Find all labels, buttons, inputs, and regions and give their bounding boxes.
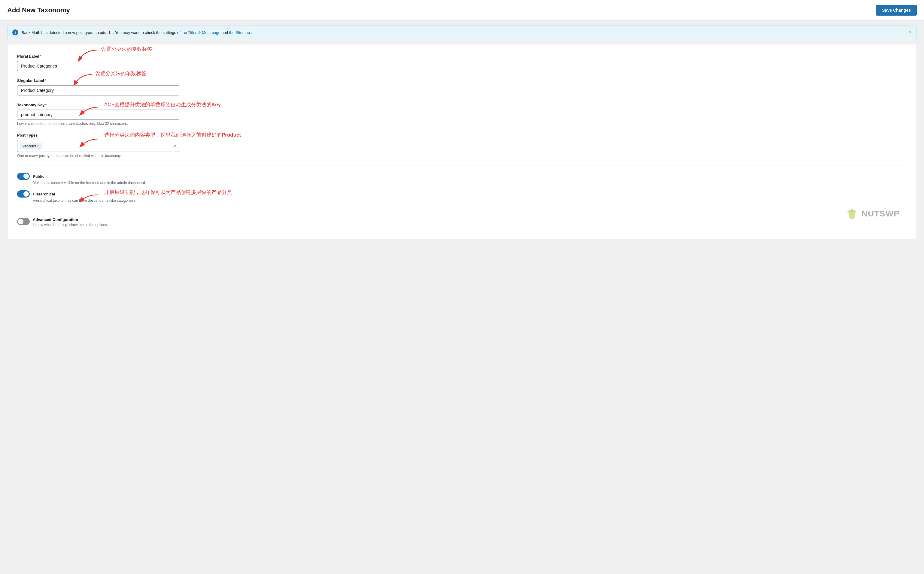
notice-left: i Rank Math has detected a new post type… xyxy=(12,29,252,35)
taxonomy-key-annotation: ACF会根据分类法的单数标签自动生成分类法的Key xyxy=(104,101,221,108)
key-arrow-svg xyxy=(74,106,101,118)
advanced-config-row: Advanced Configuration I know what I'm d… xyxy=(17,218,907,227)
advanced-toggle-slider[interactable] xyxy=(17,218,30,225)
page-header: Add New Taxonomy Save Changes xyxy=(0,0,924,21)
plural-annotation: 设置分类法的复数标签 xyxy=(101,46,152,52)
card-inner: Plural Label* 设置分类法的复数标签 Singular Label* xyxy=(17,54,907,227)
product-tag-remove[interactable]: × xyxy=(37,144,39,148)
info-icon: i xyxy=(12,29,18,35)
singular-label-group: Singular Label* 设置分类法的单数标签 xyxy=(17,78,907,95)
required-star-singular: * xyxy=(45,78,46,83)
notice-text: Rank Math has detected a new post type: … xyxy=(21,30,252,35)
public-toggle-name: Public xyxy=(33,174,44,179)
post-types-clear-button[interactable]: × xyxy=(174,143,177,148)
public-toggle-slider[interactable] xyxy=(17,173,30,180)
hierarchical-toggle-desc: Hierarchical taxonomies can have descend… xyxy=(17,199,907,203)
notice-close-button[interactable]: × xyxy=(908,30,912,35)
public-toggle-desc: Makes a taxonomy visible on the frontend… xyxy=(17,181,907,185)
hierarchical-arrow-svg xyxy=(74,193,101,204)
singular-annotation: 设置分类法的单数标签 xyxy=(95,70,146,77)
hierarchical-toggle-row: Hierarchical Hierarchical taxonomies can… xyxy=(17,190,907,203)
main-content: Plural Label* 设置分类法的复数标签 Singular Label* xyxy=(0,44,924,246)
watermark-text: NUTSWP xyxy=(861,209,900,219)
public-toggle[interactable] xyxy=(17,173,30,180)
post-types-hint: One or many post types that can be class… xyxy=(17,154,907,158)
watermark: NUTSWP xyxy=(845,207,900,221)
titles-meta-link[interactable]: Titles & Meta page xyxy=(188,30,221,35)
advanced-toggle[interactable] xyxy=(17,218,30,225)
singular-label-input[interactable] xyxy=(17,85,179,95)
notice-banner: i Rank Math has detected a new post type… xyxy=(7,25,917,39)
section-divider-2 xyxy=(17,210,907,210)
svg-rect-4 xyxy=(851,210,853,212)
post-types-arrow-svg xyxy=(74,137,101,150)
required-star: * xyxy=(40,54,41,58)
svg-point-3 xyxy=(849,211,855,219)
save-button[interactable]: Save Changes xyxy=(876,5,917,16)
taxonomy-key-hint: Lower case letters, underscores and dash… xyxy=(17,121,907,126)
advanced-config-text: Advanced Configuration I know what I'm d… xyxy=(33,218,108,227)
plural-arrow-svg xyxy=(73,49,100,64)
plural-label-group: Plural Label* 设置分类法的复数标签 xyxy=(17,54,907,71)
required-star-key: * xyxy=(45,102,47,107)
singular-label-label: Singular Label* xyxy=(17,78,907,83)
product-tag: Product × xyxy=(20,143,43,149)
section-divider-1 xyxy=(17,165,907,166)
advanced-config-desc: I know what I'm doing, show me all the o… xyxy=(33,223,108,227)
form-card: Plural Label* 设置分类法的复数标签 Singular Label* xyxy=(7,44,917,239)
post-types-group: Post Types Product × × One or many post … xyxy=(17,133,907,158)
acorn-icon xyxy=(845,207,859,221)
taxonomy-key-group: Taxonomy Key* Lower case letters, unders… xyxy=(17,102,907,126)
post-types-annotation: 选择分类法的内容类型，这里我们选择之前创建好的Product xyxy=(104,131,241,139)
hierarchical-toggle-slider[interactable] xyxy=(17,190,30,197)
page-title: Add New Taxonomy xyxy=(7,6,70,14)
hierarchical-toggle-name: Hierarchical xyxy=(33,192,55,196)
public-toggle-label-row: Public xyxy=(17,173,907,180)
plural-label-label: Plural Label* xyxy=(17,54,907,58)
hierarchical-toggle[interactable] xyxy=(17,190,30,197)
singular-arrow-svg xyxy=(68,73,95,88)
sitemap-link[interactable]: the Sitemap xyxy=(229,30,250,35)
advanced-config-title: Advanced Configuration xyxy=(33,218,108,222)
hierarchical-annotation: 开启层级功能，这样你可以为产品创建多层级的产品分类 xyxy=(104,189,232,196)
public-toggle-row: Public Makes a taxonomy visible on the f… xyxy=(17,173,907,185)
